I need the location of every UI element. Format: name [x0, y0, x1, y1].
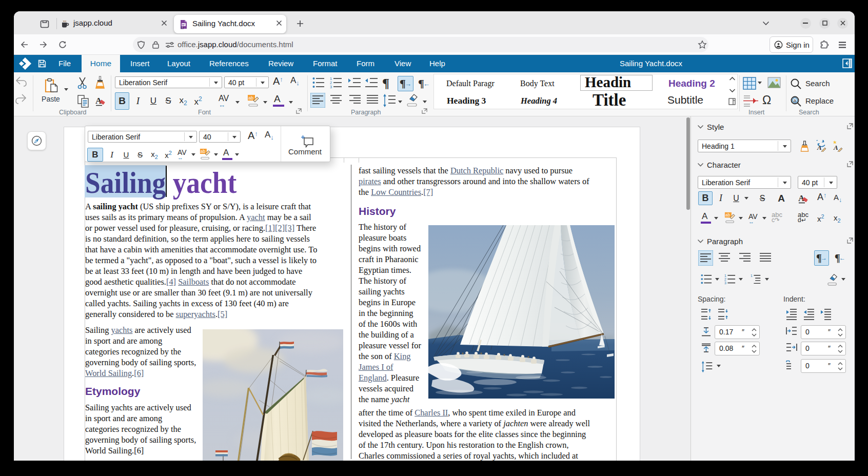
svg-text:ab: ab	[248, 95, 253, 101]
svg-text:A: A	[817, 144, 822, 151]
svg-text:ab: ab	[201, 149, 206, 154]
svg-text:3: 3	[330, 85, 332, 89]
svg-text:T: T	[182, 27, 183, 29]
svg-text:ab: ab	[725, 212, 731, 217]
svg-text:3: 3	[724, 281, 726, 285]
svg-text:a: a	[794, 98, 796, 103]
svg-text:1: 1	[751, 274, 753, 277]
svg-text:2: 2	[724, 277, 726, 281]
svg-text:A: A	[833, 144, 838, 151]
svg-text:1: 1	[724, 274, 726, 277]
